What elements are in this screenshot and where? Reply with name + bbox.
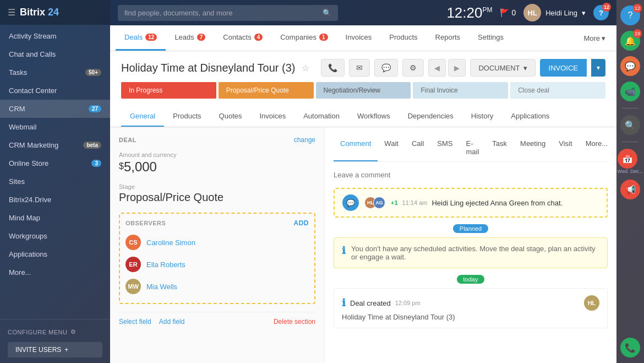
activity-panel: Comment Wait Call SMS E-mail Task Meetin… [325, 127, 616, 363]
phone-button[interactable]: 📞 [321, 59, 345, 77]
sidebar-item-tasks[interactable]: Tasks 50+ [0, 63, 110, 82]
observer-caroline[interactable]: CS Caroline Simon [125, 231, 309, 253]
comment-tab-meeting[interactable]: Meeting [514, 135, 552, 161]
settings-button[interactable]: ⚙ [402, 59, 424, 77]
sidebar-item-mind-map[interactable]: Mind Map [0, 209, 110, 227]
comment-tab-email[interactable]: E-mail [459, 135, 485, 161]
rp-alert-button[interactable]: 📢 [620, 180, 640, 199]
stage-final-invoice[interactable]: Final Invoice [413, 82, 508, 99]
tab-reports[interactable]: Reports [427, 25, 470, 51]
menu-icon[interactable]: ☰ [8, 7, 15, 18]
sub-tab-applications[interactable]: Applications [502, 106, 558, 127]
sidebar-item-sites[interactable]: Sites [0, 172, 110, 191]
invoice-dropdown-button[interactable]: ▾ [591, 59, 605, 77]
tab-deals[interactable]: Deals 12 [116, 25, 166, 51]
tab-settings[interactable]: Settings [469, 25, 512, 51]
plus-icon: + [64, 346, 68, 354]
sidebar-item-applications[interactable]: Applications [0, 245, 110, 263]
comment-tab-call[interactable]: Call [405, 135, 430, 161]
observer-name-caroline: Caroline Simon [146, 239, 195, 247]
comment-tab-visit[interactable]: Visit [552, 135, 578, 161]
tab-more[interactable]: More ▾ [578, 26, 611, 50]
deal-created-info-icon: ℹ [342, 297, 346, 309]
sub-tab-invoices[interactable]: Invoices [250, 106, 294, 127]
tab-leads[interactable]: Leads 7 [166, 25, 214, 51]
observer-ella[interactable]: ER Ella Roberts [125, 253, 309, 275]
invite-users-button[interactable]: INVITE USERS + [8, 342, 102, 357]
comment-tab-more[interactable]: More... [579, 135, 614, 161]
sidebar-item-chat-and-calls[interactable]: Chat and Calls [0, 45, 110, 63]
change-link[interactable]: change [294, 136, 315, 144]
tab-products[interactable]: Products [380, 25, 426, 51]
sub-tab-quotes[interactable]: Quotes [210, 106, 251, 127]
star-icon[interactable]: ☆ [302, 63, 309, 73]
sub-tab-dependencies[interactable]: Dependencies [399, 106, 462, 127]
invoice-button[interactable]: INVOICE [540, 59, 587, 77]
user-name: Heidi Ling [545, 9, 577, 17]
chat-text: Heidi Ling ejected Anna Green from chat. [432, 199, 563, 207]
configure-menu[interactable]: CONFIGURE MENU ⚙ [8, 325, 102, 339]
app-logo: Bitrix 24 [20, 7, 59, 18]
comment-tab-task[interactable]: Task [485, 135, 514, 161]
sub-tabs: General Products Quotes Invoices Automat… [110, 106, 616, 127]
delete-section-link[interactable]: Delete section [274, 318, 315, 326]
select-field-link[interactable]: Select field [119, 318, 151, 326]
deal-title: Holiday Time at Disneyland Tour (3) [121, 62, 295, 74]
sidebar-item-activity-stream[interactable]: Activity Stream [0, 27, 110, 45]
email-button[interactable]: ✉ [349, 59, 370, 77]
rp-notifications-button[interactable]: 🔔 19 [620, 31, 640, 51]
nav-next-button[interactable]: ▶ [448, 59, 466, 77]
search-box[interactable]: 🔍 [118, 5, 338, 21]
tab-companies[interactable]: Companies 1 [271, 25, 336, 51]
amount-label: Amount and currency [119, 151, 315, 158]
sub-tab-products[interactable]: Products [164, 106, 210, 127]
sidebar-item-crm[interactable]: CRM 27 [0, 100, 110, 118]
sidebar-item-workgroups[interactable]: Workgroups [0, 227, 110, 245]
user-area[interactable]: HL Heidi Ling ▾ [523, 4, 586, 21]
sidebar-item-contact-center[interactable]: Contact Center [0, 82, 110, 100]
rp-search-button[interactable]: 🔍 [620, 115, 640, 135]
sub-tab-automation[interactable]: Automation [294, 106, 348, 127]
deal-created-time: 12:09 pm [395, 300, 421, 306]
deal-header: Holiday Time at Disneyland Tour (3) ☆ 📞 … [110, 51, 616, 82]
notifications-button[interactable]: ? 12 [593, 5, 609, 20]
rp-help-button[interactable]: ? 12 [620, 6, 640, 25]
sidebar-item-online-store[interactable]: Online Store 3 [0, 154, 110, 172]
rp-video-button[interactable]: 📹 [620, 82, 640, 101]
rp-calendar-button[interactable]: 📅 [618, 149, 637, 169]
tab-contacts[interactable]: Contacts 4 [214, 25, 271, 51]
stage-in-progress[interactable]: In Progress [121, 82, 216, 99]
search-input[interactable] [124, 9, 318, 17]
rp-chat-button[interactable]: 💬 [620, 56, 640, 76]
stage-close-deal[interactable]: Close deal [510, 82, 605, 99]
flag-icon: 🚩 0 [500, 8, 516, 17]
sub-tab-history[interactable]: History [462, 106, 502, 127]
comment-input[interactable] [334, 169, 608, 181]
phone-fab-button[interactable]: 📞 [620, 338, 640, 357]
comment-tab-wait[interactable]: Wait [378, 135, 405, 161]
observer-mia[interactable]: MW Mia Wells [125, 275, 309, 297]
chat-button[interactable]: 💬 [374, 59, 398, 77]
sidebar-item-crm-marketing[interactable]: CRM Marketing beta [0, 136, 110, 154]
add-observer-link[interactable]: add [294, 219, 309, 227]
comment-tab-comment[interactable]: Comment [334, 135, 378, 161]
sidebar-item-webmail[interactable]: Webmail [0, 118, 110, 136]
stage-proposal[interactable]: Proposal/Price Quote [219, 82, 314, 99]
observer-avatar-ella: ER [125, 257, 141, 272]
comment-tab-sms[interactable]: SMS [430, 135, 459, 161]
tab-invoices[interactable]: Invoices [337, 25, 381, 51]
sidebar-header: ☰ Bitrix 24 [0, 0, 110, 25]
stage-negotiation[interactable]: Negotiation/Review [316, 82, 411, 99]
sub-tab-general[interactable]: General [121, 106, 164, 127]
section-header: DEAL change [119, 136, 315, 144]
observers-header: Observers add [125, 219, 309, 227]
document-button[interactable]: DOCUMENT ▾ [470, 59, 535, 77]
sidebar-item-more[interactable]: More... [0, 263, 110, 281]
amount-field: Amount and currency $5,000 [119, 151, 315, 175]
clock: 12:20PM [446, 4, 492, 21]
nav-prev-button[interactable]: ◀ [428, 59, 446, 77]
sub-tab-workflows[interactable]: Workflows [348, 106, 399, 127]
sidebar-item-bitrix24-drive[interactable]: Bitrix24.Drive [0, 191, 110, 209]
add-field-link[interactable]: Add field [159, 318, 185, 326]
topbar-icons: 🚩 0 HL Heidi Ling ▾ ? 12 [500, 4, 609, 21]
